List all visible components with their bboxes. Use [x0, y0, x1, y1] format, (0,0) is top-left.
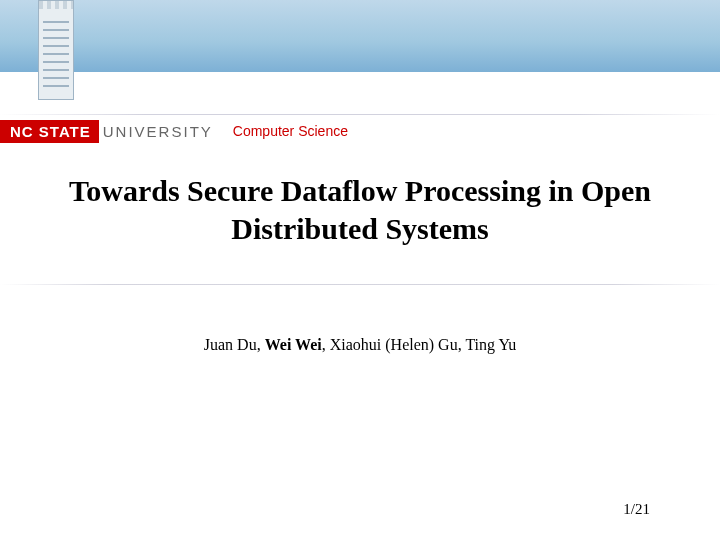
banner-image [0, 0, 720, 120]
authors-bold: Wei Wei [265, 336, 322, 353]
page-number: 1/21 [623, 501, 650, 518]
institution-logo: NC STATE UNIVERSITY Computer Science [0, 118, 348, 144]
authors-prefix: Juan Du, [204, 336, 265, 353]
divider-line [0, 284, 720, 285]
logo-primary: NC STATE [0, 120, 99, 143]
logo-secondary: UNIVERSITY [99, 123, 223, 140]
department-label: Computer Science [223, 123, 348, 139]
authors-suffix: , Xiaohui (Helen) Gu, Ting Yu [322, 336, 517, 353]
divider-line [0, 114, 720, 115]
slide-title: Towards Secure Dataflow Processing in Op… [0, 172, 720, 247]
tower-illustration [38, 0, 74, 118]
authors-line: Juan Du, Wei Wei, Xiaohui (Helen) Gu, Ti… [0, 336, 720, 354]
